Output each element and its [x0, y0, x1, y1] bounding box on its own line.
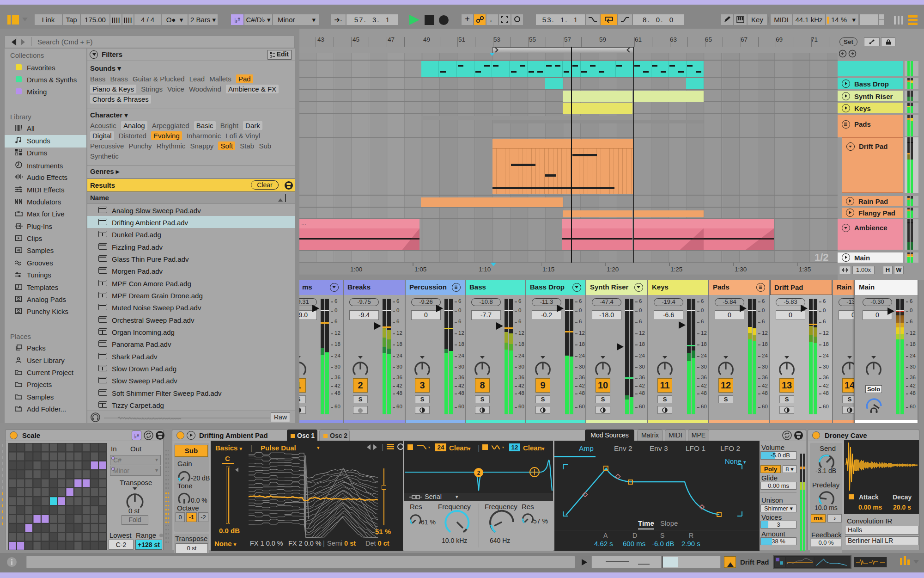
svg-text:2: 2	[477, 470, 480, 476]
